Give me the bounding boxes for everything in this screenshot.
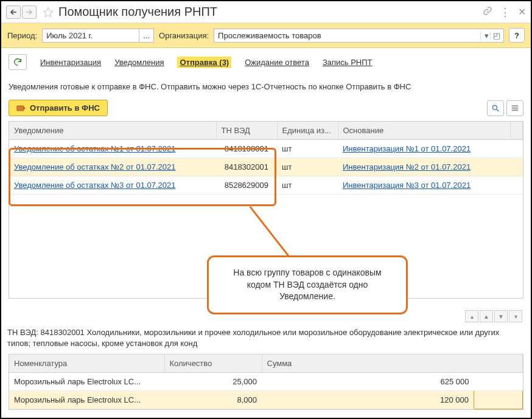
tnved-cell: 8528629009 [216,176,277,195]
org-select-value: Прослеживаемость товаров [218,31,480,40]
nomenclature-cell: Морозильный ларь Electrolux LC... [9,391,164,409]
paging-controls: ▴ ▲ ▼ ▾ [465,310,522,322]
unit-cell: шт [277,140,338,158]
col-basis[interactable]: Основание [338,122,511,140]
col-spacer [511,122,523,140]
tab-waiting[interactable]: Ожидание ответа [245,58,309,67]
detail-table: Номенклатура Количество Сумма Морозильны… [9,355,523,409]
nav-forward-button[interactable] [22,5,37,19]
basis-link[interactable]: Инвентаризация №2 от 01.07.2021 [343,162,471,171]
page-up-button[interactable]: ▲ [480,310,493,322]
close-icon[interactable]: ✕ [518,6,526,18]
svg-rect-3 [512,105,519,106]
page-title: Помощник получения РНПТ [58,5,483,19]
detail-row[interactable]: Морозильный ларь Electrolux LC... 8,000 … [9,391,523,409]
notice-link[interactable]: Уведомление об остатках №2 от 01.07.2021 [14,162,175,171]
tab-notifications[interactable]: Уведомления [114,58,164,67]
tnved-description: ТН ВЭД: 8418302001 Холодильники, морозил… [7,327,523,349]
send-icon [16,104,26,113]
col-sum[interactable]: Сумма [262,355,523,373]
svg-rect-0 [17,106,24,111]
favorite-star-icon[interactable] [41,5,55,19]
refresh-button[interactable] [9,54,27,70]
unit-cell: шт [277,158,338,176]
org-label: Организация: [159,31,209,40]
settings-button[interactable] [506,100,523,116]
period-input[interactable]: Июль 2021 г. [42,29,139,43]
send-button-label: Отправить в ФНС [30,103,100,113]
page-first-button[interactable]: ▴ [465,310,478,322]
sum-cell: 625 000 [262,373,474,391]
notifications-table: Уведомление ТН ВЭД Единица из... Основан… [9,122,523,195]
nomenclature-cell: Морозильный ларь Electrolux LC... [9,373,164,391]
tnved-cell: 8418302001 [216,158,277,176]
link-icon[interactable] [483,6,492,18]
send-to-fns-button[interactable]: Отправить в ФНС [9,100,108,116]
tnved-cell: 8418108001 [216,140,277,158]
tab-record[interactable]: Запись РНПТ [323,58,373,67]
table-row[interactable]: Уведомление об остатках №1 от 01.07.2021… [9,140,523,158]
col-qty[interactable]: Количество [164,355,262,373]
search-button[interactable] [487,100,504,116]
focused-cell[interactable] [474,391,522,409]
org-select[interactable]: Прослеживаемость товаров ▾ ◰ [214,29,504,43]
svg-line-2 [497,109,499,111]
tab-inventory[interactable]: Инвентаризация [40,58,101,67]
qty-cell: 8,000 [164,391,262,409]
tab-sending[interactable]: Отправка (3) [177,57,231,68]
section-description: Уведомления готовые к отправке в ФНС. От… [1,80,531,100]
page-last-button[interactable]: ▾ [509,310,522,322]
unit-cell: шт [277,176,338,195]
notice-link[interactable]: Уведомление об остатках №3 от 01.07.2021 [14,181,175,190]
col-notice[interactable]: Уведомление [9,122,216,140]
basis-link[interactable]: Инвентаризация №3 от 01.07.2021 [343,181,471,190]
period-label: Период: [7,31,37,40]
col-nomenclature[interactable]: Номенклатура [9,355,164,373]
col-unit[interactable]: Единица из... [277,122,338,140]
svg-rect-5 [512,109,519,111]
kebab-menu-icon[interactable]: ⋮ [500,5,511,19]
notice-link[interactable]: Уведомление об остатках №1 от 01.07.2021 [14,144,175,153]
svg-point-1 [492,105,497,109]
help-button[interactable]: ? [509,28,525,43]
svg-rect-4 [512,107,519,108]
detail-row[interactable]: Морозильный ларь Electrolux LC... 25,000… [9,373,523,391]
table-row[interactable]: Уведомление об остатках №2 от 01.07.2021… [9,158,523,176]
qty-cell: 25,000 [164,373,262,391]
page-down-button[interactable]: ▼ [494,310,508,322]
col-tnved[interactable]: ТН ВЭД [216,122,277,140]
nav-back-button[interactable] [6,5,21,19]
period-picker-button[interactable]: ... [139,29,154,43]
table-row[interactable]: Уведомление об остатках №3 от 01.07.2021… [9,176,523,195]
org-dropdown-icon[interactable]: ▾ [480,31,490,40]
sum-cell: 120 000 [262,391,474,409]
annotation-callout: На всю группу товаров с одинаковым кодом… [207,255,408,314]
org-open-icon[interactable]: ◰ [490,31,500,40]
basis-link[interactable]: Инвентаризация №1 от 01.07.2021 [343,144,471,153]
